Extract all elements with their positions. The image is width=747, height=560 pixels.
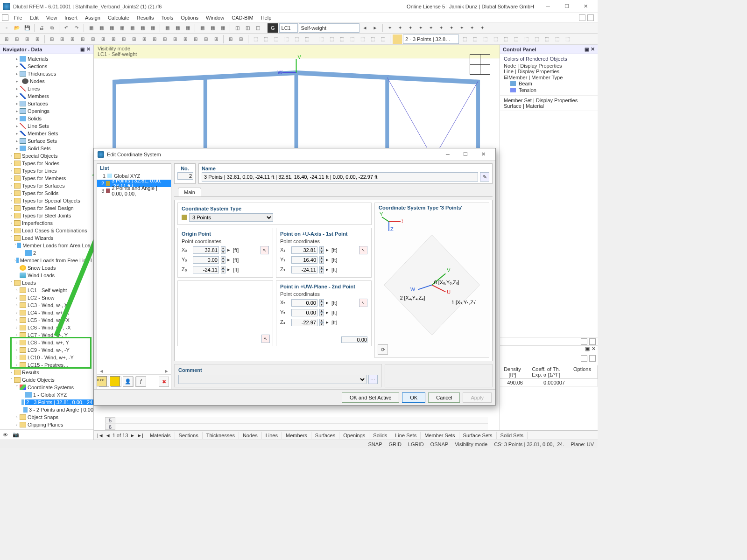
tb2-icon[interactable]: ⊞ bbox=[88, 35, 98, 44]
menu-cadbim[interactable]: CAD-BIM bbox=[228, 14, 257, 21]
tree-item[interactable]: ›Results bbox=[0, 369, 93, 376]
tb2-icon[interactable]: ⊞ bbox=[201, 35, 211, 44]
view-cube-icon[interactable] bbox=[470, 54, 490, 75]
tb2-icon[interactable]: ⊞ bbox=[119, 35, 128, 44]
tree-item[interactable]: ▸Sections bbox=[0, 63, 93, 70]
cs-type-select[interactable]: 3 Points bbox=[189, 213, 273, 222]
tb-icon[interactable]: ✦ bbox=[385, 23, 395, 33]
tb2-icon[interactable]: ⬚ bbox=[317, 35, 326, 44]
tb2-icon[interactable]: ⊞ bbox=[2, 35, 11, 44]
pick-point-icon[interactable]: ↖ bbox=[359, 246, 367, 254]
ok-set-active-button[interactable]: OK and Set Active bbox=[342, 392, 399, 403]
pick-point-icon[interactable]: ↖ bbox=[261, 246, 269, 254]
tree-item[interactable]: ▸Nodes bbox=[0, 77, 93, 85]
tb-icon[interactable]: ▦ bbox=[107, 23, 116, 33]
dialog-minimize-button[interactable]: ─ bbox=[439, 149, 456, 160]
tb2-icon[interactable]: ⬚ bbox=[532, 35, 541, 44]
bottom-tab[interactable]: Openings bbox=[339, 432, 369, 439]
tree-item[interactable]: ›Object Snaps bbox=[0, 413, 93, 421]
spin-dn[interactable]: ▾ bbox=[319, 313, 324, 316]
tb2-icon[interactable]: ⬚ bbox=[282, 35, 291, 44]
tb2-icon[interactable]: ⊞ bbox=[160, 35, 169, 44]
tb-icon[interactable]: ✦ bbox=[416, 23, 425, 33]
bottom-tab[interactable]: Thicknesses bbox=[203, 432, 239, 439]
cell[interactable] bbox=[567, 379, 598, 387]
delete-icon[interactable]: ✖ bbox=[159, 377, 169, 387]
tb2-icon[interactable]: ⬚ bbox=[491, 35, 500, 44]
print-icon[interactable]: 🖨 bbox=[37, 23, 46, 33]
tb-icon[interactable]: ▦ bbox=[97, 23, 106, 33]
tree-item[interactable]: ▸Openings bbox=[0, 107, 93, 115]
tree-item[interactable]: ›Types for Steel Joints bbox=[0, 212, 93, 219]
minimize-button[interactable]: ─ bbox=[539, 0, 557, 13]
spin-dn[interactable]: ▾ bbox=[319, 250, 324, 254]
arrow-icon[interactable]: ▸ bbox=[326, 266, 329, 273]
pin-icon[interactable]: ▣ bbox=[585, 346, 590, 354]
swatch-icon[interactable]: ƒ bbox=[136, 376, 146, 386]
menu-file[interactable]: File bbox=[10, 14, 26, 21]
spin-up[interactable]: ▴ bbox=[319, 256, 324, 260]
menu-results[interactable]: Results bbox=[133, 14, 158, 21]
menu-assign[interactable]: Assign bbox=[81, 14, 104, 21]
arrow-icon[interactable]: ▸ bbox=[326, 257, 329, 263]
tb-icon[interactable]: ▦ bbox=[86, 23, 96, 33]
spin-up[interactable]: ▴ bbox=[319, 246, 324, 250]
status-osnap[interactable]: OSNAP bbox=[430, 441, 449, 447]
tree-item[interactable]: ›Types for Nodes bbox=[0, 160, 93, 167]
tree-item[interactable]: ›LC1 - Self-weight bbox=[0, 287, 93, 294]
arrow-icon[interactable]: ▸ bbox=[326, 309, 329, 315]
tb2-icon[interactable]: ⬚ bbox=[271, 35, 281, 44]
scroll-right-icon[interactable]: ► bbox=[164, 368, 169, 374]
bottom-tab[interactable]: Surfaces bbox=[311, 432, 339, 439]
tree-item[interactable]: ▸Line Sets bbox=[0, 122, 93, 130]
mdi-restore-icon[interactable] bbox=[579, 14, 585, 21]
list-item[interactable]: 32 Points and Angle | 0.00, 0.00, bbox=[97, 187, 171, 195]
arrow-icon[interactable]: ▸ bbox=[326, 300, 329, 306]
tb2-icon[interactable]: ⊞ bbox=[181, 35, 190, 44]
lc-name[interactable]: Self-weight bbox=[299, 23, 359, 33]
tb-icon[interactable]: ◫ bbox=[243, 23, 252, 33]
tb-icon[interactable]: ▦ bbox=[117, 23, 127, 33]
cs-swatch-icon[interactable] bbox=[393, 35, 402, 44]
spin-up[interactable]: ▴ bbox=[221, 256, 226, 260]
tb-icon[interactable]: ▦ bbox=[127, 23, 137, 33]
tb2-icon[interactable]: ⬚ bbox=[378, 35, 388, 44]
units-icon[interactable]: 0.00 bbox=[97, 376, 107, 386]
tree-item[interactable]: ›LC7 - Wind, w-, Y bbox=[0, 331, 93, 339]
spin-dn[interactable]: ▾ bbox=[319, 303, 324, 307]
y2-input[interactable] bbox=[291, 309, 317, 316]
comment-select[interactable] bbox=[178, 375, 366, 384]
next-icon[interactable]: ► bbox=[130, 433, 135, 438]
lc-number[interactable]: LC1 bbox=[279, 23, 298, 33]
last-icon[interactable]: ►| bbox=[137, 433, 143, 438]
tb-icon[interactable]: ▦ bbox=[218, 23, 227, 33]
nav-camera-icon[interactable]: 📷 bbox=[13, 432, 19, 438]
scroll-left-icon[interactable]: ◄ bbox=[99, 368, 104, 374]
tree-item[interactable]: ›LC5 - Wind, w-, -X bbox=[0, 316, 93, 324]
tree-item[interactable]: ▸Thicknesses bbox=[0, 70, 93, 77]
edit-name-icon[interactable]: ✎ bbox=[480, 172, 489, 182]
arrow-icon[interactable]: ▸ bbox=[227, 247, 230, 253]
arrow-icon[interactable]: ▸ bbox=[227, 266, 230, 273]
menu-window[interactable]: Window bbox=[202, 14, 228, 21]
spin-up[interactable]: ▴ bbox=[319, 299, 324, 303]
bottom-tab[interactable]: Solids bbox=[369, 432, 391, 439]
tb-icon[interactable]: ▦ bbox=[173, 23, 182, 33]
tree-item[interactable]: ›Load Cases & Combinations bbox=[0, 227, 93, 234]
bottom-tab[interactable]: Lines bbox=[262, 432, 282, 439]
tree-item[interactable]: ›LC15 - Prestres… bbox=[0, 361, 93, 369]
spin-up[interactable]: ▴ bbox=[319, 266, 324, 270]
cp-row[interactable]: Surface | Material bbox=[504, 103, 594, 109]
apply-button[interactable]: Apply bbox=[463, 392, 492, 403]
tree-item[interactable]: ›Types for Solids bbox=[0, 189, 93, 197]
tbl-icon[interactable] bbox=[581, 355, 587, 362]
x2-input[interactable] bbox=[291, 299, 317, 307]
menu-calculate[interactable]: Calculate bbox=[104, 14, 133, 21]
tb2-icon[interactable]: ⊞ bbox=[78, 35, 87, 44]
arrow-icon[interactable]: ▸ bbox=[227, 257, 230, 263]
tb-icon[interactable]: ▦ bbox=[183, 23, 192, 33]
tree-item[interactable]: ›Types for Special Objects bbox=[0, 197, 93, 204]
mdi-close-icon[interactable] bbox=[587, 14, 594, 21]
menu-view[interactable]: View bbox=[42, 14, 61, 21]
tb2-icon[interactable]: ⬚ bbox=[292, 35, 301, 44]
